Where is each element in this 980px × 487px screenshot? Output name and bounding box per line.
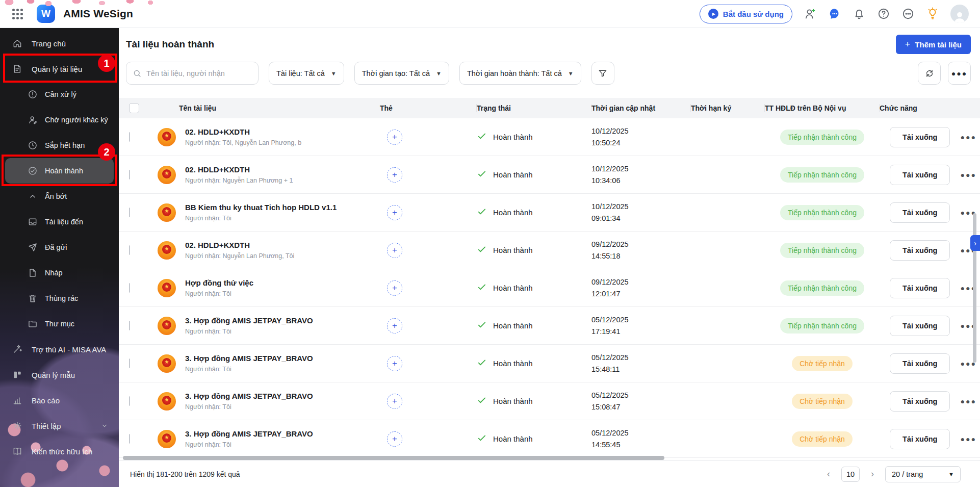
table-header-cell: Trạng thái: [477, 98, 591, 118]
start-using-label: Bắt đầu sử dụng: [723, 10, 784, 18]
advanced-filter-button[interactable]: [591, 62, 614, 85]
start-using-button[interactable]: ▶ Bắt đầu sử dụng: [700, 5, 792, 23]
sidebar-item-settings[interactable]: Thiết lập: [0, 413, 119, 439]
sidebar-item-completed[interactable]: Hoàn thành: [5, 158, 114, 184]
document-info: 3. Hợp đồng AMIS JETPAY_BRAVONgười nhận:…: [185, 392, 313, 411]
sidebar-item-trash[interactable]: Thùng rác: [0, 286, 119, 311]
add-document-button[interactable]: + Thêm tài liệu: [896, 35, 971, 54]
add-tag-button[interactable]: +: [387, 356, 402, 371]
updated-time-cell: 10/12/202510:50:24: [591, 125, 691, 148]
sidebar-item-incoming-documents[interactable]: Tài liệu đến: [0, 209, 119, 235]
help-icon[interactable]: [877, 7, 890, 20]
row-more-button[interactable]: ●●●: [960, 435, 976, 443]
add-tag-button[interactable]: +: [387, 318, 402, 334]
filter-document-type[interactable]: Tài liệu: Tất cả▼: [269, 62, 344, 85]
table-more-button[interactable]: ●●●: [948, 62, 971, 85]
caret-down-icon: ▼: [948, 471, 954, 477]
expand-panel-tab[interactable]: ›: [970, 235, 980, 251]
table-header-cell: Thời hạn ký: [691, 98, 765, 118]
row-checkbox[interactable]: [129, 208, 130, 217]
download-button[interactable]: Tải xuống: [890, 165, 950, 185]
document-name[interactable]: 3. Hợp đồng AMIS JETPAY_BRAVO: [185, 429, 313, 438]
sidebar-nav: Trang chủQuản lý tài liệuCần xử lýChờ ng…: [0, 28, 119, 464]
add-tag-button[interactable]: +: [387, 394, 402, 409]
document-name[interactable]: 02. HDLD+KXDTH: [185, 127, 301, 136]
row-more-button[interactable]: ●●●: [960, 171, 976, 179]
download-button[interactable]: Tải xuống: [890, 127, 950, 147]
plus-icon: +: [905, 39, 911, 50]
sidebar-item-template-management[interactable]: Quản lý mẫu: [0, 362, 119, 388]
download-button[interactable]: Tải xuống: [890, 316, 950, 336]
search-input[interactable]: [146, 69, 252, 78]
receive-status-badge: Tiếp nhận thành công: [780, 167, 864, 183]
status-label: Hoàn thành: [493, 359, 533, 368]
current-page[interactable]: 10: [841, 467, 860, 482]
row-checkbox[interactable]: [129, 170, 130, 180]
document-name-cell: BB Kiem thu ky thuat Tich hop HDLD v1.1N…: [149, 203, 380, 222]
download-button[interactable]: Tải xuống: [890, 353, 950, 374]
row-checkbox[interactable]: [129, 358, 130, 368]
document-name[interactable]: 3. Hợp đồng AMIS JETPAY_BRAVO: [185, 316, 313, 325]
next-page-button[interactable]: ›: [866, 467, 879, 481]
add-tag-button[interactable]: +: [387, 167, 402, 183]
document-name[interactable]: 3. Hợp đồng AMIS JETPAY_BRAVO: [185, 354, 313, 363]
alert-icon: [28, 89, 38, 99]
updated-date: 05/12/2025: [591, 390, 691, 401]
document-name[interactable]: Hợp đồng thử việc: [185, 278, 253, 287]
add-tag-button[interactable]: +: [387, 205, 402, 220]
wesign-logo: W: [37, 5, 55, 23]
sidebar-item-folders[interactable]: Thư mục: [0, 311, 119, 337]
updated-date: 09/12/2025: [591, 276, 691, 288]
documents-table: Tên tài liệuThẻTrạng tháiThời gian cập n…: [119, 98, 980, 460]
row-checkbox[interactable]: [129, 245, 130, 255]
sidebar-item-collapse[interactable]: Ẩn bớt: [0, 184, 119, 209]
add-tag-button[interactable]: +: [387, 280, 402, 296]
download-button[interactable]: Tải xuống: [890, 429, 950, 449]
sidebar-item-waiting-others-sign[interactable]: Chờ người khác ký: [0, 107, 119, 133]
sidebar-item-reports[interactable]: Báo cáo: [0, 388, 119, 413]
document-name[interactable]: 3. Hợp đồng AMIS JETPAY_BRAVO: [185, 392, 313, 400]
person-plus-icon[interactable]: [804, 7, 817, 20]
refresh-button[interactable]: [918, 62, 941, 85]
document-name[interactable]: BB Kiem thu ky thuat Tich hop HDLD v1.1: [185, 203, 337, 212]
sidebar-item-home[interactable]: Trang chủ: [0, 31, 119, 56]
table-header-cell: Thẻ: [380, 98, 477, 118]
document-name[interactable]: 02. HDLD+KXDTH: [185, 241, 294, 249]
add-tag-button[interactable]: +: [387, 243, 402, 258]
sidebar-item-ai-assistant[interactable]: Trợ thủ AI - MISA AVA: [0, 337, 119, 362]
sidebar-item-label: Báo cáo: [32, 396, 60, 405]
promo-icon[interactable]: [926, 7, 939, 20]
download-button[interactable]: Tải xuống: [890, 202, 950, 223]
sidebar-item-draft[interactable]: Nháp: [0, 260, 119, 286]
row-more-button[interactable]: ●●●: [960, 133, 976, 141]
row-checkbox[interactable]: [129, 132, 130, 142]
document-emblem-avatar: [158, 430, 176, 448]
row-checkbox[interactable]: [129, 321, 130, 330]
document-name[interactable]: 02. HDLD+KXDTH: [185, 165, 293, 174]
bell-icon[interactable]: [853, 7, 866, 20]
horizontal-scrollbar[interactable]: [123, 456, 664, 460]
select-all-checkbox[interactable]: [129, 103, 139, 113]
filter-completed-time[interactable]: Thời gian hoàn thành: Tất cả▼: [459, 62, 581, 85]
page-size-select[interactable]: 20 / trang ▼: [885, 466, 961, 482]
download-button[interactable]: Tải xuống: [890, 391, 950, 412]
row-checkbox[interactable]: [129, 283, 130, 293]
app-launcher-icon[interactable]: [10, 7, 24, 21]
more-icon[interactable]: [901, 7, 915, 20]
download-button[interactable]: Tải xuống: [890, 240, 950, 261]
row-checkbox[interactable]: [129, 434, 130, 444]
prev-page-button[interactable]: ‹: [822, 467, 835, 481]
sidebar-item-knowledge[interactable]: Kiến thức hữu ích: [0, 439, 119, 464]
chat-icon[interactable]: [828, 7, 841, 20]
row-more-button[interactable]: ●●●: [960, 397, 976, 405]
updated-time: 14:55:45: [591, 439, 691, 450]
sidebar-item-need-action[interactable]: Cần xử lý: [0, 82, 119, 107]
user-avatar[interactable]: [950, 5, 969, 23]
filter-created-time[interactable]: Thời gian tạo: Tất cả▼: [354, 62, 449, 85]
add-tag-button[interactable]: +: [387, 130, 402, 145]
add-tag-button[interactable]: +: [387, 431, 402, 447]
row-checkbox[interactable]: [129, 396, 130, 406]
download-button[interactable]: Tải xuống: [890, 278, 950, 298]
status-label: Hoàn thành: [493, 434, 533, 443]
sidebar-item-sent[interactable]: Đã gửi: [0, 235, 119, 260]
